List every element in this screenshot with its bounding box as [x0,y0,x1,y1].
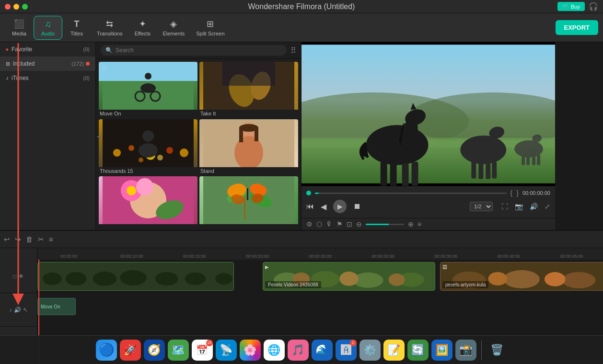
buy-button[interactable]: 🛒 Buy [557,2,585,11]
dock-notes[interactable]: 📝 [383,340,405,361]
svg-point-86 [562,272,596,288]
dock-edge[interactable]: 🌊 [312,340,333,361]
dock-trash[interactable]: 🗑️ [487,340,508,361]
panel-itunes[interactable]: ♪ iTunes (0) [0,71,95,85]
dock-chrome[interactable]: 🌐 [264,340,285,361]
dock-calendar[interactable]: 📅 15 [192,340,213,361]
heart-icon: ♥ [6,47,9,52]
media-item-flowers[interactable] [99,176,197,227]
audio-clip-1[interactable]: Move On [37,298,76,315]
dock-safari[interactable]: 🧭 [144,340,165,361]
in-point-icon[interactable]: { [510,189,513,197]
quality-selector[interactable]: 1/2 1/4 Full [470,202,493,211]
fullscreen-icon[interactable]: ⛶ [501,203,508,210]
dock-airdrop[interactable]: 📡 [216,340,237,361]
panel-included[interactable]: ⊞ Included (172) [0,57,95,71]
minus-icon[interactable]: ⊖ [356,220,362,228]
step-back-button[interactable]: ◀ [321,202,326,211]
grid-view-icon[interactable]: ⠿ [290,46,296,55]
dock-maps[interactable]: 🗺️ [168,340,189,361]
toolbar-audio[interactable]: ♫ Audio [34,16,62,40]
media-item-take-it[interactable]: Take It [199,62,298,117]
header-right: 🛒 Buy 🎧 [557,2,598,11]
cut-button[interactable]: ✂ [38,235,44,244]
collapse-panel-arrow[interactable]: ◂ [97,132,100,140]
export-button[interactable]: EXPORT [556,20,598,35]
app-title: Wondershare Filmora (Untitled) [248,2,355,11]
media-item-butterfly[interactable] [199,176,298,227]
mic-icon[interactable]: 🎙 [326,220,333,228]
svg-point-81 [339,272,359,286]
headphone-icon[interactable]: 🎧 [589,2,598,11]
toolbar-titles[interactable]: T Titles [62,16,91,39]
progress-bar[interactable] [315,193,507,194]
airdrop-icon: 📡 [220,344,232,356]
media-item-thousands[interactable]: Thousands 15 [99,119,197,175]
dock-preview[interactable]: 🖼️ [431,340,452,361]
dock-settings[interactable]: ⚙️ [359,340,381,361]
video-clip-2[interactable]: ▶ Pexels Videos 2436088 [263,262,435,291]
video-clip-1[interactable] [37,262,234,291]
panel-favorite[interactable]: ♥ Favorite (0) [0,42,95,57]
dock-screenshots[interactable]: 📸 [455,340,476,361]
svg-point-69 [66,272,87,285]
settings-icon[interactable]: ⚙ [306,220,313,228]
cursor-icon[interactable]: ↖ [23,307,28,313]
play-button[interactable]: ▶ [333,200,347,213]
minimize-button[interactable] [13,4,19,10]
eye-icon[interactable]: 👁 [18,273,24,280]
clip-video-icon-3: 🖼 [442,264,447,270]
playhead-arrow [37,260,42,261]
ruler-mark: 00:00:30:00 [352,254,415,259]
toolbar-split-screen[interactable]: ⊞ Split Screen [190,16,230,39]
toolbar-effects[interactable]: ✦ Effects [128,16,157,39]
screenshots-icon: 📸 [459,344,472,356]
dock-migrate[interactable]: 🔄 [407,340,429,361]
media-item-move-on[interactable]: ♡ Move On [99,62,197,117]
toolbar-transitions[interactable]: ⇆ Transitions [91,16,128,39]
clock-icon[interactable]: ⊕ [408,220,414,228]
volume-slider[interactable] [366,224,404,225]
video-clip-3[interactable]: 🖼 pexels-artyom-kula [440,262,603,291]
speaker-icon[interactable]: 🔊 [14,307,21,313]
dock-launchpad[interactable]: 🚀 [120,340,141,361]
crop-icon[interactable]: ⊡ [347,220,352,228]
appstore-badge: 1 [350,340,357,346]
close-button[interactable] [5,4,11,10]
svg-point-17 [142,130,154,142]
titles-icon: T [74,19,80,29]
snapshot-icon[interactable]: 📷 [515,203,523,210]
dock-music[interactable]: 🎵 [288,340,309,361]
more-icon[interactable]: ⤢ [545,203,550,210]
dock-finder[interactable]: 🔵 [96,340,117,361]
progress-fill [315,193,319,194]
svg-point-10 [113,149,121,157]
skip-back-button[interactable]: ⏮ [306,202,314,211]
adjust-button[interactable]: ≡ [49,235,53,243]
playhead-dot[interactable] [306,191,311,195]
dock-appstore[interactable]: 🅰 1 [336,340,357,361]
svg-point-11 [128,145,134,151]
toolbar-elements[interactable]: ◈ Elements [157,16,190,39]
delete-button[interactable]: 🗑 [26,235,33,243]
mask-icon[interactable]: ⬡ [316,220,322,228]
dock-photos[interactable]: 🌸 [240,340,261,361]
volume-icon[interactable]: 🔊 [530,203,538,210]
marker-icon[interactable]: ⚑ [336,220,343,228]
media-label: Take It [199,110,298,117]
timeline-ruler[interactable]: 00:05:00 00:00:10:00 00:00:15:00 00:00:2… [37,248,603,260]
toolbar-media[interactable]: ⬛ Media [5,16,34,39]
redo-button[interactable]: ↪ [15,235,21,244]
search-input[interactable] [116,47,282,54]
stop-button[interactable]: ⏹ [353,202,361,211]
out-point-icon[interactable]: } [516,189,519,197]
undo-button[interactable]: ↩ [4,235,10,244]
maximize-button[interactable] [22,4,28,10]
left-panel: ♥ Favorite (0) ⊞ Included (172) ♪ iTunes… [0,42,96,230]
svg-point-28 [127,186,136,195]
svg-rect-23 [239,128,243,142]
search-box[interactable]: 🔍 [101,45,287,56]
svg-point-29 [136,178,153,195]
media-item-stand[interactable]: Stand [199,119,298,175]
list-icon[interactable]: ≡ [417,220,421,228]
